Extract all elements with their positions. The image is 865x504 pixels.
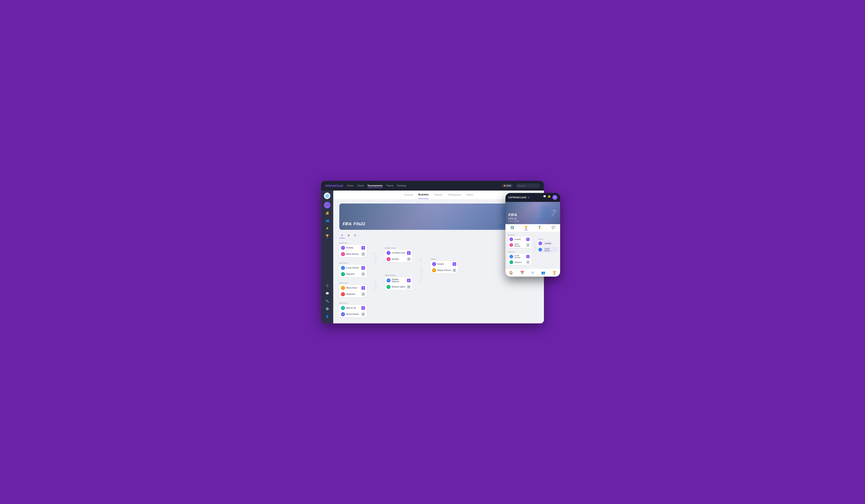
player-name: Mayke Schuurs xyxy=(437,269,451,271)
match4-label: MATCH 4 xyxy=(339,302,367,304)
sidebar-icon-chat[interactable]: 💬 xyxy=(324,290,331,297)
player-score: 1 xyxy=(452,262,456,266)
sidebar-icon-home[interactable]: 🌐 xyxy=(324,192,331,199)
final-label: FINAL xyxy=(430,258,458,260)
nav-right: 2500 xyxy=(502,184,540,188)
nav-home[interactable]: Home xyxy=(347,184,354,188)
banner-logo-area: FIFA Fifa22 xyxy=(343,221,365,226)
tab-match[interactable]: Match xyxy=(466,191,473,199)
player-score: 1 xyxy=(361,286,365,290)
player-avatar: S xyxy=(341,272,345,276)
match4-card: M Marcos Sá 1 W Winny Reanie 0 xyxy=(339,305,367,317)
sidebar-icon-settings-tool[interactable]: 🔧 xyxy=(324,298,331,304)
nav-ranking[interactable]: Ranking xyxy=(397,184,406,188)
sidebar-icon-games[interactable]: 🎮 xyxy=(324,202,331,208)
bracket-letter-b[interactable]: B xyxy=(346,233,351,238)
mobile-match2-p2: S Slawomir 0 xyxy=(508,260,531,265)
mobile-nav-grid[interactable]: ⊞ xyxy=(531,271,534,274)
player-avatar: M xyxy=(341,252,345,256)
mobile-tab-cup[interactable]: 🥇 xyxy=(538,226,541,230)
mobile-bracket-layout: MATCH 1 A Anatoliy 1 M Maria Illescas xyxy=(508,234,558,267)
player-avatar: A xyxy=(509,237,513,241)
tab-general[interactable]: General xyxy=(404,191,413,199)
mobile-chat-icon[interactable]: 💬 xyxy=(543,195,546,200)
mobile-match2: MATCH 2 L Lucas Simoes 1 S Slawomir xyxy=(508,251,531,267)
sidebar-icon-coins[interactable]: 💰 xyxy=(324,210,331,216)
mobile-tab-chat[interactable]: 💬 xyxy=(552,226,555,230)
match4-player2: W Winny Reanie 0 xyxy=(339,311,367,317)
sidebar-icon-avatar[interactable]: 👤 xyxy=(324,313,331,320)
bracket-letter-tabs: A B C xyxy=(339,233,358,238)
player-score: 1 xyxy=(361,246,365,250)
tab-participants[interactable]: Participants xyxy=(448,191,461,199)
semi1-player1: L Leonetta Lloyd 1 xyxy=(385,250,412,256)
match2-player1: L Lucas Simões 1 xyxy=(339,265,367,271)
mobile-nav-calendar[interactable]: 📅 xyxy=(520,271,524,274)
player-name: Slawomir xyxy=(514,261,525,263)
sidebar-icon-users[interactable]: 👥 xyxy=(324,217,331,224)
mobile-tab-bracket[interactable]: 🏆 xyxy=(524,226,528,230)
bracket-connector-2 xyxy=(418,254,424,295)
player-score: 0 xyxy=(407,285,411,289)
mobile-fifa-logo: FIFA xyxy=(508,213,519,217)
semi1-card: L Leonetta Lloyd 1 N Nicolina 0 xyxy=(385,250,412,262)
mobile-nav-trophy[interactable]: 🏆 xyxy=(552,271,556,274)
player-avatar: W xyxy=(341,312,345,316)
mobile-nav-home[interactable]: 🏠 xyxy=(509,271,513,274)
bracket-connector-1 xyxy=(373,247,379,304)
player-avatar: G xyxy=(432,262,436,266)
banner-title: Fifa22 xyxy=(354,222,365,226)
player-name: Maria Illescas xyxy=(514,243,525,247)
player-avatar: M xyxy=(432,268,436,272)
semi2-group: SEMI FINAL K Klavdia Dedova 1 M Mohsen S… xyxy=(385,274,412,290)
final-column: FINAL G Gaspar 1 M Mayke Schuurs xyxy=(430,242,458,273)
tab-brackets[interactable]: Brackets xyxy=(418,191,429,199)
player-name: Anatoliy xyxy=(514,238,525,241)
player-name: Marco Alves xyxy=(346,287,360,289)
semi1-group: SEMI FINAL L Leonetta Lloyd 1 N Nicolina xyxy=(385,247,412,262)
match4-group: MATCH 4 M Marcos Sá 1 W Winny Reanie xyxy=(339,302,367,317)
match2-player2: S Stawomir 0 xyxy=(339,271,367,277)
logo: SStriveCloud xyxy=(325,184,343,187)
match3-group: MATCH 3 M Marco Alves 1 S Stephanie xyxy=(339,282,367,297)
sidebar-icon-trophy[interactable]: 🏆 xyxy=(324,233,331,239)
nav-links: Home Social Tournaments Teams Ranking xyxy=(347,184,406,188)
sidebar: 🌐 🎮 💰 👥 ⚡ 🏆 ➕ 💬 🔧 ⚙️ 👤 xyxy=(321,190,333,324)
semi-final-column: SEMI FINAL L Leonetta Lloyd 1 N Nicolina xyxy=(385,242,412,290)
player-avatar: M xyxy=(509,243,513,247)
tab-results[interactable]: Results xyxy=(434,191,442,199)
mobile-header: C/STRIVECLOUD ▶ 💬 🔔 U xyxy=(505,193,560,202)
sidebar-icon-settings[interactable]: ⚙️ xyxy=(324,306,331,312)
mobile-nav-users[interactable]: 👥 xyxy=(541,271,545,274)
player-avatar: A xyxy=(341,246,345,250)
match2-label: MATCH 2 xyxy=(339,262,367,264)
mobile-tab-info[interactable]: ℹ️ xyxy=(510,226,514,230)
sidebar-icon-add[interactable]: ➕ xyxy=(324,282,331,289)
final-group: FINAL G Gaspar 1 M Mayke Schuurs xyxy=(430,258,458,273)
nav-teams[interactable]: Teams xyxy=(386,184,393,188)
semi2-player2: M Mohsen Salehi 0 xyxy=(385,284,412,290)
sidebar-bottom: 💬 🔧 ⚙️ 👤 xyxy=(324,290,331,321)
player-avatar: L xyxy=(387,251,391,255)
player-score: 1 xyxy=(526,238,530,241)
search-input[interactable] xyxy=(516,184,540,188)
bracket-letter-c[interactable]: C xyxy=(352,233,358,238)
player-score: 0 xyxy=(361,292,365,296)
mobile-final-p1: A Anatoliy xyxy=(539,241,558,246)
player-name: Lucas Simoes xyxy=(514,255,525,259)
player-score: 1 xyxy=(361,306,365,310)
player-name: Gaspar xyxy=(437,263,451,265)
player-score: 0 xyxy=(526,261,530,264)
coin-icon xyxy=(504,185,505,187)
player-name: Mohsen Salehi xyxy=(392,286,406,288)
nav-social[interactable]: Social xyxy=(357,184,364,188)
nav-tournaments[interactable]: Tournaments xyxy=(368,184,383,188)
sidebar-icon-lightning[interactable]: ⚡ xyxy=(324,225,331,232)
coins-value: 2500 xyxy=(506,185,511,187)
mobile-banner: 👤 7 FIFA FIFA 22 17/11 | 19:20 xyxy=(505,202,560,224)
player-score: 1 xyxy=(526,255,530,258)
mobile-date: 17/11 | 19:20 xyxy=(508,220,519,222)
bracket-letter-a[interactable]: A xyxy=(339,233,345,238)
mobile-game-title: FIFA 22 xyxy=(508,217,519,220)
mobile-bell-icon[interactable]: 🔔 xyxy=(548,195,551,200)
